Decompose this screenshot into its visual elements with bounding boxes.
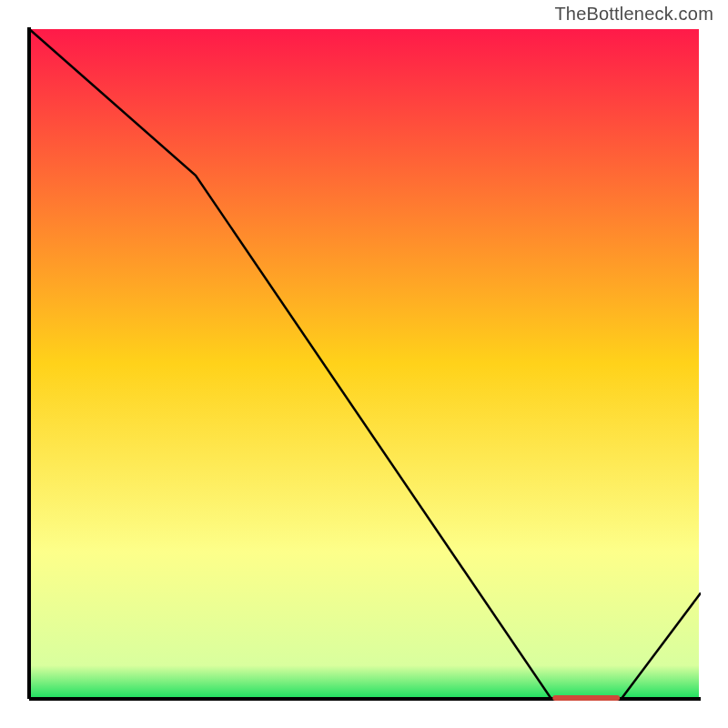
optimum-marker: [552, 695, 620, 701]
bottleneck-chart: [27, 27, 701, 701]
plot-background: [29, 29, 699, 699]
attribution-watermark: TheBottleneck.com: [554, 4, 713, 25]
